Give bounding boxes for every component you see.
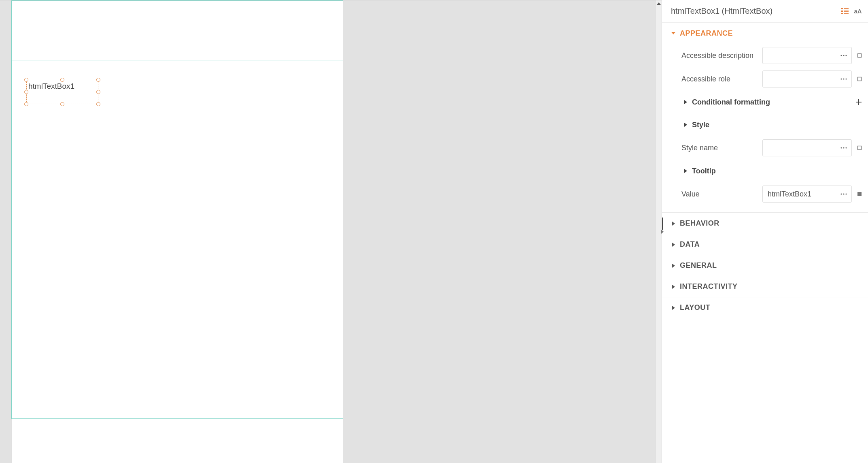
resize-handle-s[interactable] — [60, 102, 64, 106]
svg-rect-1 — [844, 8, 849, 9]
svg-rect-23 — [857, 192, 862, 196]
svg-point-17 — [843, 147, 844, 148]
svg-point-11 — [843, 78, 844, 79]
resize-handle-w[interactable] — [24, 90, 28, 94]
expression-toggle-icon[interactable] — [856, 144, 863, 151]
chevron-down-icon — [669, 31, 677, 36]
resize-handle-nw[interactable] — [24, 78, 28, 82]
property-label: Conditional formatting — [692, 98, 854, 107]
svg-point-20 — [840, 193, 842, 194]
row-tooltip[interactable]: Tooltip — [662, 160, 868, 182]
property-label: Accessible description — [681, 51, 759, 60]
selected-htmltextbox[interactable]: htmlTextBox1 — [26, 80, 98, 104]
svg-rect-0 — [841, 8, 843, 9]
svg-rect-15 — [856, 102, 862, 102]
category-title: BEHAVIOR — [680, 219, 719, 228]
chevron-right-icon — [681, 100, 690, 104]
properties-header: htmlTextBox1 (HtmlTextBox) aA — [662, 0, 868, 23]
category-appearance: APPEARANCE Accessible description — [662, 23, 868, 213]
category-interactivity: INTERACTIVITY — [662, 276, 868, 297]
property-label: Accessible role — [681, 75, 759, 83]
resize-handle-se[interactable] — [96, 102, 100, 106]
row-accessible-role: Accessible role — [662, 67, 868, 91]
properties-panel: htmlTextBox1 (HtmlTextBox) aA — [662, 0, 868, 463]
svg-rect-9 — [858, 54, 862, 58]
category-title: GENERAL — [680, 261, 717, 270]
input-value: htmlTextBox1 — [768, 190, 838, 198]
ellipsis-icon[interactable] — [838, 143, 849, 153]
resize-handle-ne[interactable] — [96, 78, 100, 82]
category-title: LAYOUT — [680, 303, 710, 312]
svg-rect-3 — [844, 11, 849, 12]
chevron-right-icon — [669, 284, 677, 289]
category-header-data[interactable]: DATA — [662, 234, 868, 255]
expression-toggle-icon[interactable] — [856, 52, 863, 59]
category-general: GENERAL — [662, 255, 868, 276]
report-page[interactable]: htmlTextBox1 — [11, 0, 343, 463]
category-title: INTERACTIVITY — [680, 282, 738, 291]
design-canvas[interactable]: htmlTextBox1 — [0, 0, 662, 463]
accessible-role-input[interactable] — [762, 70, 852, 87]
row-accessible-description: Accessible description — [662, 44, 868, 67]
resize-handle-e[interactable] — [96, 90, 100, 94]
category-title: APPEARANCE — [680, 29, 733, 38]
svg-point-12 — [845, 78, 847, 79]
svg-point-18 — [845, 147, 847, 148]
svg-rect-2 — [841, 11, 843, 12]
svg-rect-5 — [844, 13, 849, 14]
scroll-up-icon[interactable] — [656, 0, 662, 7]
svg-rect-19 — [858, 146, 862, 150]
svg-point-22 — [845, 193, 847, 194]
category-header-interactivity[interactable]: INTERACTIVITY — [662, 276, 868, 297]
row-value: Value htmlTextBox1 — [662, 182, 868, 206]
svg-point-8 — [845, 55, 847, 56]
chevron-right-icon — [669, 221, 677, 226]
svg-point-10 — [840, 78, 842, 79]
panel-collapse-handle[interactable] — [661, 227, 664, 237]
category-behavior: BEHAVIOR — [662, 213, 868, 234]
selected-item-label: htmlTextBox1 — [28, 82, 74, 91]
category-title: DATA — [680, 240, 700, 249]
svg-rect-13 — [858, 77, 862, 81]
property-label: Value — [681, 190, 759, 198]
category-header-general[interactable]: GENERAL — [662, 255, 868, 276]
accessible-description-input[interactable] — [762, 47, 852, 64]
chevron-right-icon — [669, 242, 677, 247]
row-conditional-formatting[interactable]: Conditional formatting — [662, 91, 868, 113]
chevron-right-icon — [681, 123, 690, 127]
page-footer-section[interactable] — [11, 419, 343, 463]
category-header-behavior[interactable]: BEHAVIOR — [662, 213, 868, 234]
row-style[interactable]: Style — [662, 113, 868, 136]
chevron-right-icon — [669, 263, 677, 268]
style-name-input[interactable] — [762, 139, 852, 156]
alphabetical-view-icon[interactable]: aA — [853, 7, 862, 16]
row-style-name: Style name — [662, 136, 868, 160]
property-label: Style name — [681, 144, 759, 152]
svg-point-7 — [843, 55, 844, 56]
category-header-layout[interactable]: LAYOUT — [662, 297, 868, 318]
resize-handle-n[interactable] — [60, 78, 64, 82]
resize-handle-sw[interactable] — [24, 102, 28, 106]
property-label: Tooltip — [692, 167, 863, 175]
value-input[interactable]: htmlTextBox1 — [762, 186, 852, 203]
ellipsis-icon[interactable] — [838, 189, 849, 199]
expression-toggle-icon[interactable] — [856, 190, 863, 198]
categorized-view-icon[interactable] — [840, 7, 849, 16]
chevron-right-icon — [681, 169, 690, 173]
property-label: Style — [692, 121, 863, 129]
ellipsis-icon[interactable] — [838, 74, 849, 84]
svg-rect-4 — [841, 13, 843, 14]
add-icon[interactable] — [854, 98, 863, 107]
category-data: DATA — [662, 234, 868, 255]
category-layout: LAYOUT — [662, 297, 868, 318]
page-header-section[interactable] — [11, 0, 343, 60]
expression-toggle-icon[interactable] — [856, 75, 863, 83]
category-header-appearance[interactable]: APPEARANCE — [662, 23, 868, 44]
svg-point-16 — [840, 147, 842, 148]
selected-object-title: htmlTextBox1 (HtmlTextBox) — [671, 6, 840, 16]
ellipsis-icon[interactable] — [838, 50, 849, 61]
chevron-right-icon — [669, 305, 677, 310]
svg-point-6 — [840, 55, 842, 56]
svg-point-21 — [843, 193, 844, 194]
page-body-section[interactable]: htmlTextBox1 — [11, 60, 343, 419]
